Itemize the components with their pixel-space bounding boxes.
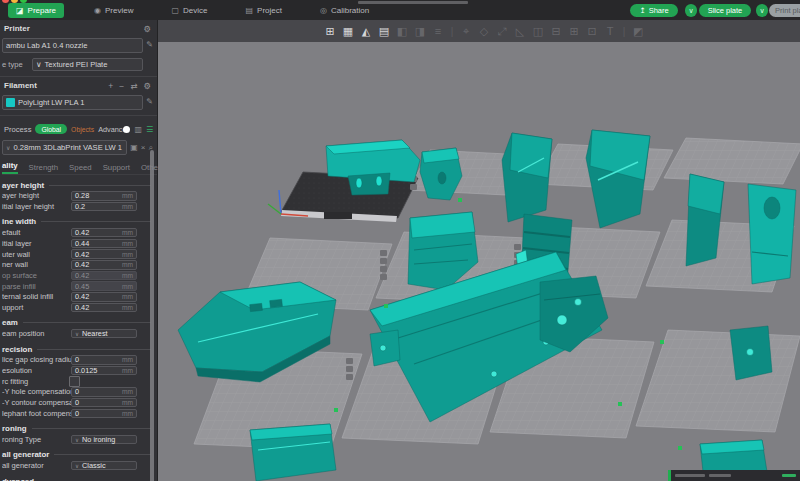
import-stl-icon[interactable]: ◨ <box>412 23 428 39</box>
select-roning-type[interactable]: ∨No ironing <box>71 435 137 445</box>
input-lephant-foot-compensation[interactable]: 0mm <box>71 409 137 419</box>
tab-prepare[interactable]: ◪Prepare <box>8 3 64 18</box>
tab-label: Prepare <box>28 6 56 15</box>
process-preset-select[interactable]: ∨ 0.28mm 3DLabPrint VASE LW 1 <box>2 140 127 155</box>
setting-tab-strength[interactable]: Strength <box>29 163 58 174</box>
move-icon[interactable]: ⌖ <box>458 23 474 39</box>
input-efault[interactable]: 0.42mm <box>71 228 137 238</box>
remove-filament-icon[interactable]: − <box>119 81 124 91</box>
printer-settings-gear-icon[interactable]: ⚙ <box>143 24 151 34</box>
cut-icon[interactable]: ⊟ <box>548 23 564 39</box>
process-objects-tab[interactable]: Objects <box>71 126 94 133</box>
text-tool-icon[interactable]: T <box>602 23 618 39</box>
z-axis <box>279 190 281 214</box>
paint-icon[interactable]: ◩ <box>630 23 646 39</box>
input-itial-layer[interactable]: 0.44mm <box>71 239 137 249</box>
add-object-icon[interactable]: ⊞ <box>322 23 338 39</box>
unit-label: mm <box>122 272 133 279</box>
scale-icon[interactable]: ⤢ <box>494 23 510 39</box>
input-ner-wall[interactable]: 0.42mm <box>71 260 137 270</box>
input-op-surface[interactable]: 0.42mm <box>71 271 137 281</box>
auto-orient-icon[interactable]: ◭ <box>358 23 374 39</box>
setting-row-ternal-solid-infill: ternal solid infill0.42mm <box>0 292 157 303</box>
sidebar-scrollbar[interactable] <box>150 150 154 481</box>
printer-select[interactable]: ambu Lab A1 0.4 nozzle ✎ <box>2 38 143 53</box>
setting-label: uter wall <box>2 250 71 259</box>
delete-preset-icon[interactable]: × <box>141 143 146 152</box>
model-wing[interactable] <box>502 133 552 222</box>
printer-edit-icon[interactable]: ✎ <box>146 40 153 49</box>
unit-label: mm <box>122 388 133 395</box>
select-value: No ironing <box>82 435 115 444</box>
input-value: 0.2 <box>75 202 122 211</box>
setting-tab-ality[interactable]: ality <box>2 161 18 174</box>
setting-tab-support[interactable]: Support <box>103 163 130 174</box>
input-esolution[interactable]: 0.0125mm <box>71 366 137 376</box>
tab-project[interactable]: ▤Project <box>237 3 289 18</box>
tab-calibration[interactable]: ◎Calibration <box>312 3 377 18</box>
arrange-icon[interactable]: ▤ <box>376 23 392 39</box>
slice-plate-button[interactable]: Slice plate <box>699 4 751 17</box>
chevron-down-icon: ∨ <box>75 437 79 443</box>
slice-options-dropdown[interactable]: ∨ <box>685 4 697 17</box>
process-global-tab[interactable]: Global <box>35 124 67 134</box>
mirror-icon[interactable]: ◫ <box>530 23 546 39</box>
input-lice-gap-closing-radius[interactable]: 0mm <box>71 355 137 365</box>
setting-label: itial layer <box>2 239 71 248</box>
share-button[interactable]: ↥ Share <box>630 4 678 17</box>
split-objects-icon[interactable]: ⊞ <box>566 23 582 39</box>
input-parse-infill[interactable]: 0.45mm <box>71 281 137 291</box>
filament-select[interactable]: PolyLight LW PLA 1 ✎ <box>2 95 143 110</box>
input-ayer-height[interactable]: 0.28mm <box>71 191 137 201</box>
split-parts-icon[interactable]: ⊡ <box>584 23 600 39</box>
setting-row-upport: upport0.42mm <box>0 302 157 313</box>
setting-tab-bar: alityStrengthSpeedSupportOthers <box>2 161 157 175</box>
model-part[interactable] <box>730 326 772 380</box>
setting-label: itial layer height <box>2 202 71 211</box>
setting-label: roning Type <box>2 435 71 444</box>
save-preset-icon[interactable]: ▣ <box>130 143 138 152</box>
filament-settings-gear-icon[interactable]: ⚙ <box>143 81 151 91</box>
flush-volumes-icon[interactable]: ⇄ <box>130 81 137 91</box>
viewport-3d[interactable] <box>158 42 800 481</box>
compare-preset-icon[interactable]: ▥ <box>135 125 143 134</box>
tab-label: Project <box>257 6 282 15</box>
tab-preview[interactable]: ◉Preview <box>86 3 141 18</box>
input-y-contour-compensation[interactable]: 0mm <box>71 398 137 408</box>
plate-type-select[interactable]: ∨ Textured PEI Plate <box>32 58 143 71</box>
filament-edit-icon[interactable]: ✎ <box>146 97 153 106</box>
flatten-icon[interactable]: ◺ <box>512 23 528 39</box>
add-plate-icon[interactable]: ▦ <box>340 23 356 39</box>
tab-device[interactable]: ▢Device <box>163 3 215 18</box>
input-y-hole-compensation[interactable]: 0mm <box>71 387 137 397</box>
input-ternal-solid-infill[interactable]: 0.42mm <box>71 292 137 302</box>
select-value: Classic <box>82 461 106 470</box>
object-list-icon[interactable]: ☰ <box>146 125 153 134</box>
rotate-icon[interactable]: ◇ <box>476 23 492 39</box>
title-bar: ◪Prepare◉Preview▢Device▤Project◎Calibrat… <box>0 0 800 20</box>
setting-row-eam-position: eam position∨Nearest <box>0 328 157 339</box>
print-options-dropdown[interactable]: ∨ <box>756 4 768 17</box>
print-plate-button[interactable]: Print plate <box>769 4 800 17</box>
model-part[interactable] <box>370 330 400 366</box>
section-title: recision <box>2 345 32 354</box>
add-filament-icon[interactable]: + <box>108 81 113 91</box>
notification-bar[interactable] <box>668 470 800 481</box>
select-eam-position[interactable]: ∨Nearest <box>71 329 137 339</box>
model-panel[interactable] <box>748 184 796 284</box>
input-upport[interactable]: 0.42mm <box>71 303 137 313</box>
setting-tab-speed[interactable]: Speed <box>69 163 92 174</box>
model-part[interactable] <box>250 424 336 481</box>
model-wing[interactable] <box>586 130 650 228</box>
input-itial-layer-height[interactable]: 0.2mm <box>71 202 137 212</box>
setting-row-esolution: esolution0.0125mm <box>0 365 157 376</box>
input-uter-wall[interactable]: 0.42mm <box>71 249 137 259</box>
checkbox-rc-fitting[interactable] <box>69 376 80 387</box>
select-all-generator[interactable]: ∨Classic <box>71 461 137 471</box>
section-rule <box>54 454 151 455</box>
filament-color-swatch[interactable] <box>6 98 15 107</box>
notification-link[interactable] <box>782 474 796 477</box>
input-value: 0.42 <box>75 228 122 237</box>
layers-icon[interactable]: ≡ <box>430 23 446 39</box>
import-3mf-icon[interactable]: ◧ <box>394 23 410 39</box>
